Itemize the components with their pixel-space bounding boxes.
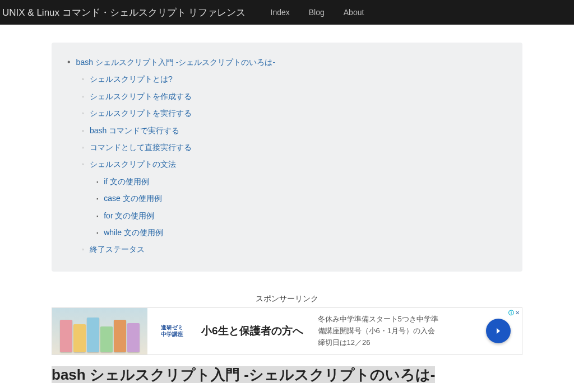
table-of-contents: bash シェルスクリプト入門 -シェルスクリプトのいろは- シェルスクリプトと… — [52, 43, 522, 272]
toc-link[interactable]: シェルスクリプトの文法 — [90, 160, 176, 169]
toc-sub-link[interactable]: if 文の使用例 — [104, 177, 149, 186]
ad-banner[interactable]: 進研ゼミ 中学講座 小6生と保護者の方へ 冬休み中学準備スタート5つき中学準備講… — [52, 307, 522, 355]
page-title: bash シェルスクリプト入門 -シェルスクリプトのいろは- — [52, 366, 435, 383]
toc-root-link[interactable]: bash シェルスクリプト入門 -シェルスクリプトのいろは- — [76, 58, 275, 67]
nav-about[interactable]: About — [344, 8, 364, 17]
toc-link[interactable]: 終了ステータス — [90, 245, 145, 254]
toc-sub-link[interactable]: for 文の使用例 — [104, 211, 154, 220]
toc-link[interactable]: シェルスクリプトを作成する — [90, 92, 192, 101]
ad-choices-icon[interactable]: ⓘ✕ — [508, 309, 520, 317]
article: bash シェルスクリプト入門 -シェルスクリプトのいろは- 意外に知らない人が… — [52, 365, 522, 392]
site-brand[interactable]: UNIX & Linux コマンド・シェルスクリプト リファレンス — [2, 6, 246, 19]
nav-blog[interactable]: Blog — [309, 8, 325, 17]
ad-arrow-button[interactable] — [486, 319, 511, 343]
toc-link[interactable]: bash コマンドで実行する — [90, 126, 179, 135]
arrow-right-icon — [493, 326, 503, 336]
nav-index[interactable]: Index — [271, 8, 290, 17]
navbar: UNIX & Linux コマンド・シェルスクリプト リファレンス Index … — [0, 0, 574, 25]
main-container: bash シェルスクリプト入門 -シェルスクリプトのいろは- シェルスクリプトと… — [52, 25, 522, 392]
ad-headline: 小6生と保護者の方へ — [201, 324, 303, 338]
toc-sub-link[interactable]: while 文の使用例 — [104, 228, 163, 237]
ad-thumbnail — [52, 308, 147, 354]
toc-link[interactable]: コマンドとして直接実行する — [90, 143, 192, 152]
sponsor-label: スポンサーリンク — [52, 294, 522, 304]
toc-sub-link[interactable]: case 文の使用例 — [104, 194, 161, 203]
ad-subtext: 冬休み中学準備スタート5つき中学準備講座開講号（小6・1月号）の入会締切日は12… — [318, 314, 441, 348]
toc-link[interactable]: シェルスクリプトを実行する — [90, 109, 192, 118]
toc-link[interactable]: シェルスクリプトとは? — [90, 74, 173, 83]
ad-logo: 進研ゼミ 中学講座 — [155, 324, 189, 338]
